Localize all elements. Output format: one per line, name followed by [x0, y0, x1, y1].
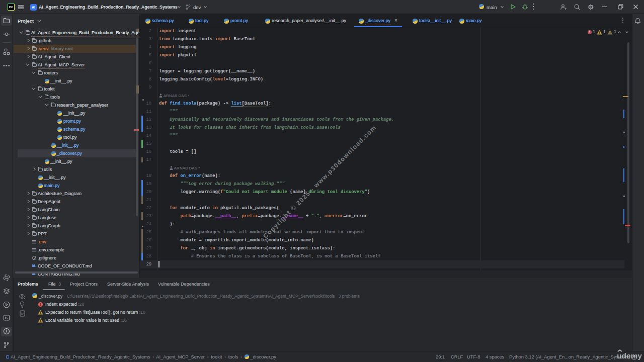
- svg-text:PC: PC: [9, 6, 14, 9]
